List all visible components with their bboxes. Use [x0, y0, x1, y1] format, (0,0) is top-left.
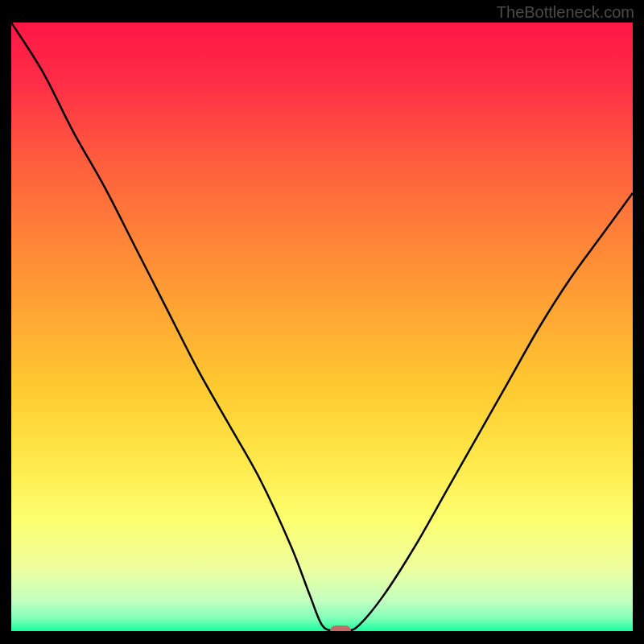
bottleneck-curve — [11, 23, 633, 631]
optimal-marker — [330, 625, 351, 631]
plot-area — [11, 23, 633, 631]
watermark-text: TheBottleneck.com — [497, 3, 634, 22]
